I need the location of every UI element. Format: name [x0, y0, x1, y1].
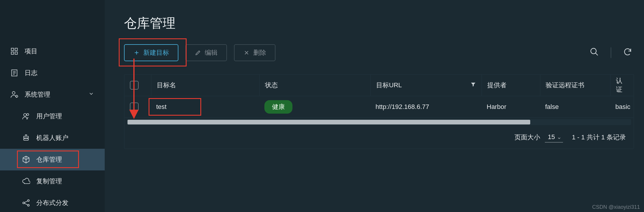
th-verify-cert[interactable]: 验证远程证书: [540, 75, 610, 96]
sidebar-item-logs[interactable]: 日志: [0, 62, 105, 84]
sidebar-subitem-users[interactable]: 用户管理: [0, 105, 105, 127]
sidebar-subitem-robots[interactable]: 机器人账户: [0, 127, 105, 149]
distribution-icon: [22, 199, 30, 207]
page-title: 仓库管理: [124, 15, 634, 32]
page-size-value[interactable]: 15: [545, 132, 563, 143]
cell-auth: basic: [615, 103, 630, 111]
toolbar: 新建目标 编辑 删除: [124, 44, 634, 61]
robot-icon: [22, 134, 30, 142]
page-size-label: 页面大小: [514, 133, 540, 142]
scrollbar-thumb[interactable]: [128, 120, 530, 124]
sidebar-item-projects[interactable]: 项目: [0, 40, 105, 62]
svg-point-5: [12, 92, 15, 94]
button-label: 编辑: [205, 48, 218, 57]
row-checkbox[interactable]: [130, 102, 139, 111]
sidebar-item-label: 复制管理: [36, 177, 62, 186]
horizontal-scrollbar[interactable]: [127, 119, 631, 125]
th-name[interactable]: 目标名: [151, 75, 259, 96]
svg-point-8: [27, 114, 29, 116]
sidebar-item-system-admin[interactable]: 系统管理: [0, 84, 105, 105]
table-header: 目标名 状态 目标URL 提供者 验证远程证书 认证: [125, 75, 633, 96]
sidebar-subitem-replications[interactable]: 复制管理: [0, 170, 105, 192]
projects-icon: [10, 47, 19, 56]
replication-icon: [22, 177, 30, 186]
sidebar-item-label: 机器人账户: [36, 134, 68, 142]
page-size-selector[interactable]: 页面大小 15: [514, 132, 563, 143]
th-select-all[interactable]: [125, 75, 151, 96]
svg-point-11: [27, 138, 28, 139]
svg-rect-3: [15, 52, 17, 54]
cell-name: test: [156, 103, 166, 111]
logs-icon: [10, 69, 19, 77]
new-target-button[interactable]: 新建目标: [124, 44, 178, 61]
button-label: 新建目标: [143, 48, 169, 57]
cell-url: http://192.168.6.77: [376, 103, 429, 111]
th-status[interactable]: 状态: [259, 75, 370, 96]
admin-icon: [10, 90, 19, 99]
svg-rect-1: [15, 48, 17, 51]
records-text: 1 - 1 共计 1 条记录: [572, 133, 626, 142]
search-icon[interactable]: [588, 45, 601, 60]
users-icon: [22, 112, 30, 121]
registries-icon: [22, 155, 30, 164]
button-label: 删除: [253, 48, 266, 57]
sidebar-nav: 项目 日志 系统管理 用户管理: [0, 20, 105, 212]
watermark: CSDN @xiaoyizi311: [592, 204, 640, 210]
sidebar-item-label: 仓库管理: [36, 155, 62, 164]
refresh-icon[interactable]: [621, 45, 634, 60]
sidebar-item-label: 系统管理: [25, 90, 50, 99]
sidebar-item-label: 分布式分发: [36, 199, 68, 207]
close-icon: [243, 49, 250, 56]
checkbox[interactable]: [130, 81, 139, 90]
plus-icon: [133, 49, 140, 56]
sidebar-subitem-registries[interactable]: 仓库管理: [0, 149, 105, 170]
svg-point-10: [25, 138, 26, 139]
table-footer: 页面大小 15 1 - 1 共计 1 条记录: [125, 126, 633, 148]
chevron-down-icon: [557, 134, 561, 142]
filter-icon[interactable]: [470, 81, 476, 89]
svg-point-7: [24, 114, 26, 116]
edit-button[interactable]: 编辑: [185, 44, 227, 61]
sidebar-item-label: 项目: [25, 47, 37, 56]
status-badge: 健康: [264, 100, 292, 114]
th-provider[interactable]: 提供者: [481, 75, 540, 96]
sidebar: 项目 日志 系统管理 用户管理: [0, 0, 105, 212]
svg-rect-0: [11, 48, 14, 51]
sidebar-item-label: 日志: [25, 69, 37, 77]
main-content: 仓库管理 新建目标 编辑 删除: [105, 0, 644, 212]
chevron-down-icon: [88, 91, 94, 98]
cell-verify-cert: false: [545, 103, 559, 111]
sidebar-subitem-distribution[interactable]: 分布式分发: [0, 192, 105, 212]
pencil-icon: [195, 49, 201, 56]
svg-rect-2: [11, 52, 14, 54]
table-row[interactable]: test 健康 http://192.168.6.77 Harbor false…: [125, 96, 633, 118]
sidebar-item-label: 用户管理: [36, 112, 62, 121]
targets-table: 目标名 状态 目标URL 提供者 验证远程证书 认证 test 健康: [124, 74, 634, 149]
svg-point-16: [591, 48, 596, 54]
cell-provider: Harbor: [487, 103, 506, 111]
th-auth[interactable]: 认证: [610, 75, 633, 96]
separator: [611, 47, 611, 58]
delete-button[interactable]: 删除: [234, 44, 275, 61]
th-url[interactable]: 目标URL: [370, 75, 481, 96]
